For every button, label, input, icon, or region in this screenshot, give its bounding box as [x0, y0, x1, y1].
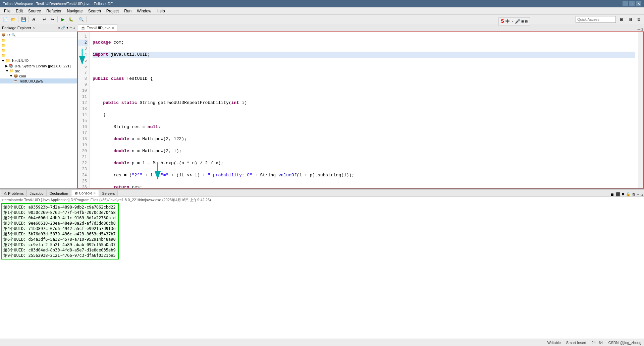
console-tab-close[interactable]: ✕: [93, 191, 96, 195]
console-disconnect[interactable]: ⬛: [615, 192, 621, 196]
pe-toolbar-btn3[interactable]: ⬆: [9, 33, 11, 37]
ime-mic[interactable]: 🎤: [515, 19, 520, 24]
menu-project[interactable]: Project: [104, 8, 121, 14]
line-num-18: 18: [78, 136, 88, 142]
menu-file[interactable]: File: [1, 8, 13, 14]
line-num-24: 24: [78, 172, 88, 178]
status-writable: Writable: [547, 341, 561, 345]
console-terminate[interactable]: ⏹: [610, 192, 615, 196]
menu-refactor[interactable]: Refactor: [44, 8, 64, 14]
tree-testuuid[interactable]: ▼ 📁 TestUUID: [0, 58, 77, 63]
tab-servers[interactable]: Servers: [99, 190, 118, 196]
console-output: 第0个UUID: a935923b-7d2a-4898-9db2-c9a7862…: [1, 203, 119, 260]
editor-maximize[interactable]: □: [641, 27, 643, 31]
console-maximize[interactable]: □: [640, 193, 643, 196]
problems-label: Problems: [8, 191, 23, 195]
pe-toolbar-btn2[interactable]: ⬇: [6, 33, 8, 37]
maximize-button[interactable]: □: [629, 1, 635, 6]
pe-toolbar-btn1[interactable]: 📦: [1, 33, 5, 37]
toolbar-print[interactable]: 🖨: [30, 16, 38, 23]
tree-src[interactable]: ▼ 📁 src: [0, 68, 77, 73]
bottom-content: <terminated> TestUUID [Java Application]…: [0, 197, 644, 339]
toolbar-search[interactable]: 🔍: [77, 16, 85, 23]
minimize-button[interactable]: ─: [623, 1, 628, 6]
line-num-8: 8: [78, 76, 88, 82]
line-num-26: 26: [78, 184, 88, 188]
code-content[interactable]: package com; import java.util.UUID; publ…: [90, 32, 638, 188]
pe-view-menu[interactable]: ▼: [66, 26, 69, 30]
tab-javadoc[interactable]: Javadoc: [26, 190, 46, 196]
pe-minimize[interactable]: ─: [70, 26, 72, 30]
menu-source[interactable]: Source: [25, 8, 44, 14]
editor-tab-close[interactable]: ✕: [112, 26, 114, 30]
console-clear[interactable]: 🗑: [631, 192, 636, 196]
pe-link[interactable]: 🔗: [61, 26, 65, 30]
code-editor[interactable]: 1 2 3 4 5 6 7 8 9 10 11 12 13 14 15 16 1: [77, 32, 644, 188]
editor-scroll-right[interactable]: [638, 32, 643, 188]
menu-navigate[interactable]: Navigate: [64, 8, 85, 14]
toolbar-open[interactable]: 📂: [9, 16, 17, 23]
toolbar-sep2: [29, 16, 29, 22]
console-line-8: 第8个UUID: c83d04ad-8b30-4fd8-a5e7-d1e8de0…: [3, 247, 117, 253]
javadoc-label: Javadoc: [30, 191, 43, 195]
line-num-14: 14: [78, 112, 88, 118]
code-line-12: res = ("2^" + i + "=" + (1L << i) + " pr…: [93, 172, 635, 178]
package-explorer-label: Package Explorer: [2, 26, 31, 30]
line-num-12: 12: [78, 100, 88, 106]
pe-header: Package Explorer ✕ ≡ 🔗 ▼ ─ □: [0, 24, 77, 32]
console-line-6: 第6个UUID: d54a3df6-5a32-4578-a710-952914b…: [3, 237, 117, 242]
pe-collapse-all[interactable]: ≡: [58, 26, 60, 30]
status-right: Writable Smart Insert 24 : 64 CSDN @jing…: [547, 341, 641, 345]
toolbar-perspective1[interactable]: ⊞: [618, 16, 625, 23]
line-num-3: 3: [78, 46, 88, 52]
code-line-10: double n = Math.pow(2, i);: [93, 148, 635, 154]
console-minimize[interactable]: ─: [636, 193, 640, 196]
tab-console[interactable]: 🖥 Console ✕: [71, 190, 99, 196]
status-insert-mode: Smart Insert: [566, 341, 586, 345]
console-icon: 🖥: [74, 191, 78, 195]
line-num-25: 25: [78, 178, 88, 184]
console-line-4: 第4个UUID: 71b3897c-07d6-4942-a5cf-e9921a7…: [3, 226, 117, 231]
toolbar-new[interactable]: 📄: [1, 16, 9, 23]
console-line-7: 第7个UUID: cc9efaf2-5a2f-4a89-abab-092cf55…: [3, 242, 117, 247]
ime-icon3[interactable]: ⊟: [525, 19, 528, 24]
editor-tab-testuuid[interactable]: ☕ TestUUID.java ✕: [78, 24, 117, 31]
line-num-16: 16: [78, 124, 88, 130]
tree-com[interactable]: ▼ 📦 com: [0, 73, 77, 78]
code-line-5: [93, 88, 635, 94]
editor-minimize[interactable]: ─: [638, 27, 640, 31]
console-scroll-lock[interactable]: 🔒: [625, 192, 631, 196]
ime-icon2[interactable]: ⊞: [522, 19, 524, 24]
pe-tab-close[interactable]: ✕: [33, 26, 35, 30]
close-button[interactable]: ✕: [636, 1, 641, 6]
toolbar-redo[interactable]: ↪: [49, 16, 56, 23]
toolbar-save[interactable]: 💾: [20, 16, 27, 23]
toolbar-debug[interactable]: 🐛: [67, 16, 74, 23]
bottom-panel: ⚠ Problems Javadoc Declaration 🖥 Console…: [0, 188, 644, 339]
quick-access-input[interactable]: [576, 16, 616, 23]
tree-jre[interactable]: ▶ 📚 JRE System Library [jre1.8.0_221]: [0, 63, 77, 68]
ime-dot: ·: [511, 19, 514, 23]
tab-problems[interactable]: ⚠ Problems: [1, 190, 26, 196]
code-line-8: String res = null;: [93, 124, 635, 130]
toolbar-perspective3[interactable]: ⊠: [635, 16, 643, 23]
menu-window[interactable]: Window: [134, 8, 154, 14]
console-remove[interactable]: ✖: [621, 192, 625, 196]
title-bar-controls: ─ □ ✕: [623, 1, 641, 6]
tree-testuuid-java[interactable]: ☕ TestUUID.java: [0, 78, 77, 83]
menu-edit[interactable]: Edit: [13, 8, 25, 14]
tab-declaration[interactable]: Declaration: [46, 190, 71, 196]
menu-search[interactable]: Search: [86, 8, 104, 14]
status-csdn: CSDN @jing_zhong: [608, 341, 641, 345]
toolbar-undo[interactable]: ↩: [41, 16, 48, 23]
pe-maximize[interactable]: □: [73, 26, 75, 30]
console-line-9: 第9个UUID: 25562938-2121-4766-97c3-dfa6f03…: [3, 253, 117, 258]
toolbar-perspective2[interactable]: ⊟: [627, 16, 634, 23]
line-num-13: 13: [78, 106, 88, 112]
pe-toolbar-btn4[interactable]: 🔍: [11, 33, 15, 37]
menu-run[interactable]: Run: [121, 8, 134, 14]
toolbar-run[interactable]: ▶: [59, 16, 66, 23]
line-num-19: 19: [78, 142, 88, 148]
console-label: Console: [79, 191, 92, 195]
menu-help[interactable]: Help: [154, 8, 168, 14]
